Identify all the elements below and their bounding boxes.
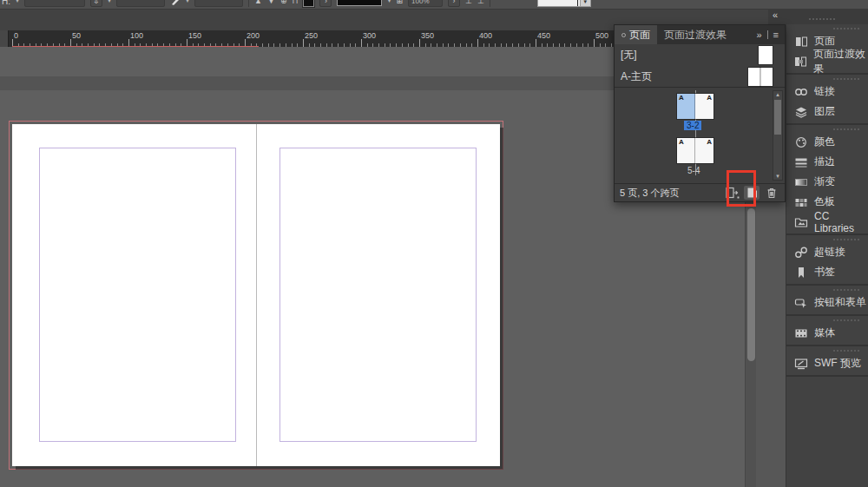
style-select[interactable] bbox=[116, 0, 165, 7]
dock-item-label: 色板 bbox=[814, 194, 835, 209]
panel-dock: 页面 页面过渡效果 链接 图层 颜色 bbox=[786, 24, 868, 487]
tab-pages[interactable]: 页面 bbox=[615, 25, 657, 44]
pen-icon bbox=[170, 0, 181, 6]
pages-panel-tabbar: 页面 页面过渡效果 » ≡ bbox=[615, 25, 785, 44]
panel-group: 按钮和表单 bbox=[786, 287, 868, 316]
dock-item-cc-libraries[interactable]: CC Libraries bbox=[786, 212, 868, 232]
ruler-tick-label: 0 bbox=[14, 31, 18, 40]
color-icon bbox=[794, 136, 808, 148]
fill-color-swatch[interactable] bbox=[303, 0, 314, 7]
page-thumbnail-3[interactable]: A bbox=[677, 94, 695, 119]
ruler-origin-corner[interactable] bbox=[0, 30, 9, 47]
align-bottom-icon[interactable]: ▼ bbox=[267, 0, 275, 5]
pages-panel: 页面 页面过渡效果 » ≡ [无] A-主页 A bbox=[614, 24, 786, 202]
spread-label-3-2[interactable]: 3-2 bbox=[684, 121, 701, 130]
dock-item-media[interactable]: 媒体 bbox=[786, 323, 868, 343]
zoom-expand-button[interactable]: › bbox=[448, 0, 460, 7]
page-thumbnail-2[interactable]: A bbox=[695, 94, 713, 119]
chevron-down-icon: ▾ bbox=[186, 0, 189, 4]
dock-item-swf-preview[interactable]: SWF 预览 bbox=[786, 353, 868, 373]
master-row-none[interactable]: [无] bbox=[615, 44, 785, 66]
swatches-icon bbox=[794, 196, 808, 208]
scroll-down-icon[interactable]: ▾ bbox=[773, 173, 782, 180]
panel-scrollbar[interactable]: ▴ ▾ bbox=[773, 90, 783, 181]
master-thumbnail-single[interactable] bbox=[759, 46, 773, 64]
dock-item-color[interactable]: 颜色 bbox=[786, 132, 868, 152]
panel-group: 链接 图层 bbox=[786, 76, 868, 125]
master-row-a[interactable]: A-主页 bbox=[615, 66, 785, 88]
panel-group: 超链接 书签 bbox=[786, 237, 868, 286]
dock-item-label: 超链接 bbox=[814, 245, 845, 260]
dock-item-links[interactable]: 链接 bbox=[786, 82, 868, 102]
divider bbox=[248, 0, 249, 7]
ruler-tick-label: 450 bbox=[537, 31, 550, 40]
page-transitions-icon bbox=[794, 56, 807, 68]
scroll-up-icon[interactable]: ▴ bbox=[773, 91, 782, 98]
media-icon bbox=[794, 327, 808, 339]
dock-item-layers[interactable]: 图层 bbox=[786, 102, 868, 122]
stroke-icon bbox=[794, 156, 808, 168]
dock-item-label: 链接 bbox=[814, 84, 835, 99]
ruler-tick-label: 50 bbox=[72, 31, 81, 40]
master-thumbnail-spread[interactable] bbox=[748, 68, 773, 86]
dock-item-buttons-forms[interactable]: 按钮和表单 bbox=[786, 293, 868, 313]
distribute-vertical-icon[interactable]: ⊓ bbox=[292, 0, 298, 5]
swf-preview-icon bbox=[794, 358, 808, 370]
font-combo-box[interactable]: ▾ bbox=[537, 0, 591, 7]
dock-item-hyperlinks[interactable]: 超链接 bbox=[786, 242, 868, 262]
ruler-tick-label: 400 bbox=[479, 31, 492, 40]
spread-label-5-4[interactable]: 5-4 bbox=[685, 166, 702, 175]
delete-page-button[interactable] bbox=[764, 186, 779, 200]
combo-dropdown-button[interactable]: ▾ bbox=[580, 0, 590, 6]
ruler-tick-label: 200 bbox=[247, 31, 260, 40]
expand-panel-icon[interactable]: » bbox=[756, 30, 761, 40]
distribute-horizontal-icon[interactable]: ⊕ bbox=[280, 0, 287, 5]
scrollbar-thumb[interactable] bbox=[747, 208, 755, 361]
master-name: [无] bbox=[621, 48, 637, 63]
page-thumbnails-section: A A 3-2 A A 5-4 ▴ ▾ bbox=[615, 88, 785, 184]
page-thumbnail-4[interactable]: A bbox=[695, 138, 713, 163]
ruler-tick-label: 100 bbox=[130, 31, 143, 40]
divider bbox=[767, 30, 768, 39]
panel-menu-icon[interactable]: ≡ bbox=[773, 30, 779, 40]
page-thumbnail-5[interactable]: A bbox=[677, 138, 695, 163]
scrollbar-thumb[interactable] bbox=[774, 100, 781, 135]
dock-item-label: 渐变 bbox=[814, 174, 835, 189]
dock-item-label: 页面过渡效果 bbox=[813, 47, 868, 76]
ruler-tick-label: 350 bbox=[421, 31, 434, 40]
dock-item-page-transitions[interactable]: 页面过渡效果 bbox=[786, 51, 868, 71]
dock-item-stroke[interactable]: 描边 bbox=[786, 152, 868, 172]
document-spread[interactable] bbox=[12, 124, 500, 466]
tab-transitions-label: 页面过渡效果 bbox=[664, 28, 727, 43]
dock-item-label: SWF 预览 bbox=[814, 356, 861, 371]
panel-group: 媒体 bbox=[786, 318, 868, 346]
h-value-field[interactable] bbox=[24, 0, 85, 7]
tab-page-transitions[interactable]: 页面过渡效果 bbox=[657, 25, 733, 44]
zoom-level-field[interactable]: 100% bbox=[408, 0, 443, 7]
control-bar: H: ▾ ⇩ ▾ ▾ ▲ ▼ ⊕ ⊓ › ▾ ⊞ 100% › ⊥ ⊥ ▾ bbox=[0, 0, 868, 10]
fill-expand-button[interactable]: › bbox=[319, 0, 332, 7]
align-center-icon[interactable]: ⊥ bbox=[477, 0, 484, 5]
divider bbox=[490, 0, 490, 7]
stroke-color-swatch[interactable] bbox=[337, 0, 382, 6]
master-name: A-主页 bbox=[621, 69, 652, 84]
master-letter: A bbox=[679, 94, 684, 102]
align-top-icon[interactable]: ▲ bbox=[254, 0, 262, 5]
dock-item-bookmarks[interactable]: 书签 bbox=[786, 262, 868, 282]
pages-panel-footer: 5 页, 3 个跨页 bbox=[615, 184, 785, 201]
spread-spine bbox=[256, 124, 257, 466]
effect-select[interactable] bbox=[194, 0, 243, 7]
collapse-panels-button[interactable]: « bbox=[773, 10, 778, 20]
ruler-tick-label: 250 bbox=[305, 31, 318, 40]
right-page-margin-guide bbox=[279, 148, 477, 442]
pages-icon bbox=[794, 36, 808, 48]
buttons-forms-icon bbox=[794, 297, 808, 309]
text-caret bbox=[577, 0, 578, 6]
dock-gripper[interactable] bbox=[809, 16, 835, 22]
align-left-icon[interactable]: ⊥ bbox=[465, 0, 472, 5]
dock-item-gradient[interactable]: 渐变 bbox=[786, 172, 868, 192]
constrain-icon[interactable]: ⇩ bbox=[90, 0, 102, 7]
chevron-down-icon: ▾ bbox=[108, 0, 111, 4]
master-letter: A bbox=[679, 138, 684, 146]
page-count-status: 5 页, 3 个跨页 bbox=[620, 187, 679, 200]
